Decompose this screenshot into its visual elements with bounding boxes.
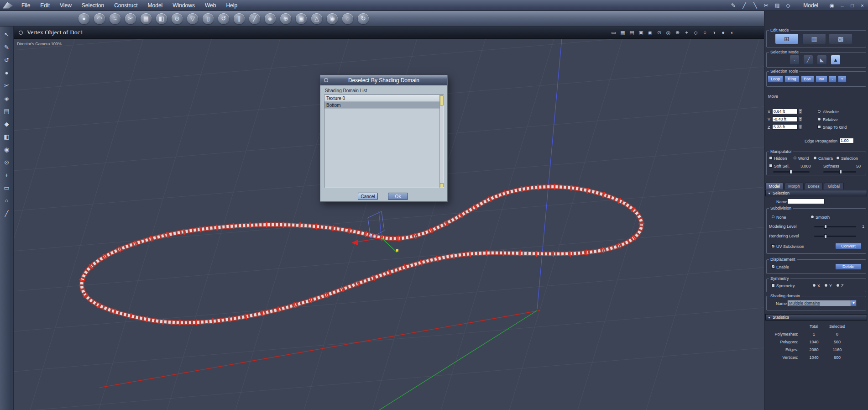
target-icon[interactable]: ◉ [4, 146, 9, 153]
selection-radio[interactable] [836, 156, 840, 160]
world-radio[interactable] [793, 156, 797, 160]
menu-item[interactable]: Edit [35, 2, 55, 9]
soft-selection-slider[interactable] [773, 171, 810, 173]
statistics-section-header[interactable]: ▼ Statistics [765, 314, 867, 321]
scrollbar-thumb-top[interactable] [440, 95, 444, 105]
select-points-button[interactable]: ∙ [790, 55, 800, 65]
axis-icon[interactable]: + [683, 30, 690, 36]
shaded-sphere-icon[interactable]: ◐ [729, 30, 736, 36]
collapse-triangle-icon[interactable]: ▼ [768, 192, 771, 195]
menu-item[interactable]: View [55, 2, 77, 9]
symmetry-z-radio[interactable] [836, 284, 840, 287]
uv-subdivision-checkbox[interactable] [771, 244, 775, 248]
maximize-button[interactable]: □ [849, 3, 856, 8]
shield-a-icon[interactable]: ◉ [647, 30, 654, 36]
edit-mode-button-1[interactable]: ⊞ [775, 33, 799, 44]
delete-button[interactable]: Delete [835, 263, 862, 270]
tab-morph[interactable]: Morph [784, 183, 804, 189]
y-spin-down-icon[interactable]: ▾ [800, 119, 801, 121]
compass-icon[interactable]: ⊕ [674, 30, 681, 36]
menu-item[interactable]: Web [200, 2, 221, 9]
add-tool-icon[interactable]: + [5, 172, 9, 179]
eye-icon[interactable]: ◉ [828, 2, 836, 9]
shield-b-icon[interactable]: ⊙ [656, 30, 663, 36]
x-value-field[interactable] [772, 109, 798, 114]
brush-icon[interactable]: ╲ [751, 2, 759, 9]
triangle-tool-icon[interactable]: △ [311, 13, 322, 24]
menu-item[interactable]: Model [143, 2, 168, 9]
select-arrow-icon[interactable]: ↖ [4, 31, 9, 38]
symmetry-checkbox[interactable] [771, 284, 775, 287]
redo-arrow-icon[interactable]: ↻ [358, 13, 369, 24]
x-spin-down-icon[interactable]: ▾ [800, 111, 801, 114]
pencil-icon[interactable]: ╱ [740, 2, 748, 9]
menu-item[interactable]: Help [221, 2, 242, 9]
line-tool-icon[interactable]: ╱ [249, 13, 260, 24]
selection-tool-button[interactable]: - [829, 75, 837, 83]
tab-model[interactable]: Model [765, 183, 784, 189]
soft-selection-checkbox[interactable] [769, 164, 773, 168]
list-item-texture0[interactable]: Texture 0 [324, 95, 444, 102]
selection-tool-button[interactable]: Ring [784, 75, 800, 83]
menu-item[interactable]: Windows [167, 2, 200, 9]
list-scrollbar[interactable] [439, 95, 444, 188]
symmetry-y-radio[interactable] [824, 284, 828, 287]
subdivision-none-radio[interactable] [771, 215, 775, 219]
sphere-tool-icon[interactable]: ● [5, 69, 9, 76]
orbit-icon[interactable]: ⊙ [4, 159, 9, 166]
select-object-button[interactable]: ▲ [831, 55, 841, 65]
track-mesh[interactable] [82, 187, 642, 323]
tab-bones[interactable]: Bones [805, 183, 823, 189]
cancel-button[interactable]: Cancel [358, 193, 378, 200]
paint-icon[interactable]: ✎ [729, 2, 737, 9]
z-spin-down-icon[interactable]: ▾ [800, 127, 801, 129]
facet-tool-icon[interactable]: ◈ [265, 13, 276, 24]
menu-item[interactable]: Selection [77, 2, 109, 9]
rotate-tool-icon[interactable]: ↺ [4, 57, 9, 63]
surface-tool-icon[interactable]: ▤ [141, 13, 152, 24]
absolute-radio[interactable] [817, 110, 821, 113]
scissors-tool-icon[interactable]: ✂ [4, 82, 9, 89]
dialog-close-icon[interactable] [324, 78, 328, 82]
camera-radio[interactable] [813, 156, 817, 160]
stack-tool-icon[interactable]: ▤ [4, 108, 9, 115]
gem-tool-icon[interactable]: ◈ [5, 95, 9, 102]
selection-section-header[interactable]: ▼ Selection [765, 190, 867, 196]
arc-tool-icon[interactable]: ◠ [94, 13, 105, 24]
list-item-bottom[interactable]: Bottom [324, 102, 444, 109]
scrollbar-thumb-bottom[interactable] [440, 183, 444, 187]
menu-item[interactable]: File [16, 2, 35, 9]
horizontal-split-icon[interactable]: ▤ [628, 30, 635, 36]
viewport-menu-icon[interactable] [19, 31, 23, 35]
snap-to-grid-checkbox[interactable] [817, 125, 821, 129]
quad-view-icon[interactable]: ▦ [619, 30, 626, 36]
single-view-icon[interactable]: ▭ [610, 30, 617, 36]
boolean-add-icon[interactable]: ⊕ [280, 13, 291, 24]
z-value-field[interactable] [772, 124, 798, 130]
diamond-tool-icon[interactable]: ◆ [5, 121, 9, 127]
extrude-tool-icon[interactable]: ◧ [156, 13, 167, 24]
symmetry-tool-icon[interactable]: ∥ [234, 13, 245, 24]
minimize-button[interactable]: – [839, 3, 846, 8]
hidden-checkbox[interactable] [769, 156, 773, 160]
undo-arrow-icon[interactable]: ↺ [218, 13, 229, 24]
softness-slider[interactable] [823, 171, 856, 173]
edit-mode-button-3[interactable]: ▩ [829, 33, 852, 44]
selection-name-field[interactable] [787, 199, 825, 204]
relative-radio[interactable] [817, 117, 821, 121]
half-sphere-icon[interactable]: ◑ [711, 30, 717, 36]
shading-domain-dropdown[interactable]: Multiple domains ▼ [787, 300, 857, 306]
select-edges-button[interactable]: ╱ [803, 55, 813, 65]
grid-view-icon[interactable]: ▣ [638, 30, 644, 36]
dialog-title-bar[interactable]: Deselect By Shading Domain [320, 75, 447, 85]
tab-global[interactable]: Global [824, 183, 844, 189]
diamond-view-icon[interactable]: ◇ [692, 30, 699, 36]
knife-icon[interactable]: ✂ [762, 2, 770, 9]
solid-sphere-icon[interactable]: ● [720, 30, 727, 36]
dropdown-arrow-icon[interactable]: ▼ [851, 300, 856, 306]
grid-snap-icon[interactable]: ▣ [296, 13, 307, 24]
selection-tool-button[interactable]: + [838, 75, 847, 83]
edit-mode-button-2[interactable]: ▦ [802, 33, 826, 44]
close-button[interactable]: × [859, 3, 866, 8]
collapse-triangle-icon[interactable]: ▼ [768, 316, 771, 319]
